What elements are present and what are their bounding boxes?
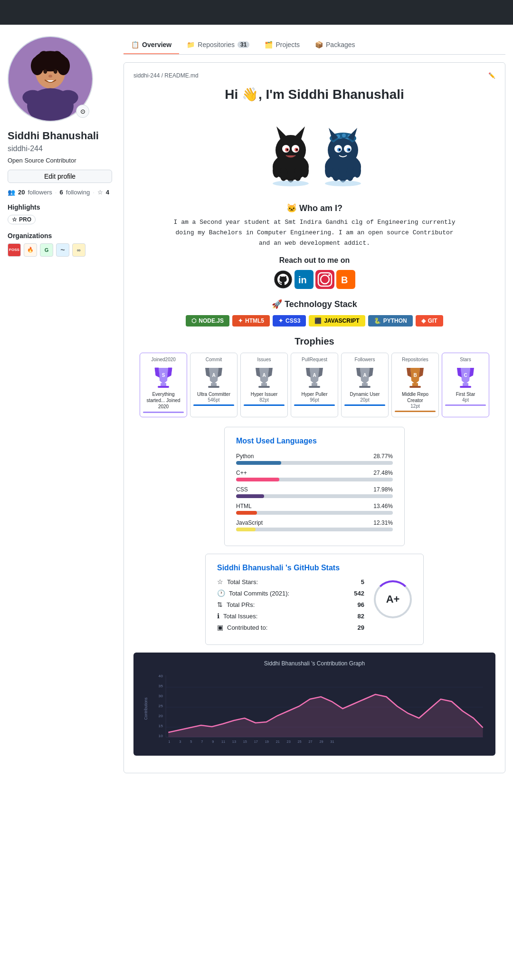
star-stat-icon: ☆ xyxy=(217,578,223,586)
stars-label: Total Stars: xyxy=(227,578,357,586)
svg-text:A: A xyxy=(262,373,266,378)
trophy-stars: Stars C First Star 4pt xyxy=(442,353,489,417)
highlights-title: Highlights xyxy=(8,203,112,211)
overview-icon: 📋 xyxy=(131,41,139,48)
org-icon-2[interactable]: 🔥 xyxy=(24,243,37,257)
svg-text:25: 25 xyxy=(298,740,302,744)
svg-text:A: A xyxy=(313,373,316,378)
pro-badge: ☆ PRO xyxy=(8,215,36,224)
js-icon: ⬛ xyxy=(314,317,322,324)
org-icon-3[interactable]: G xyxy=(40,243,53,257)
followers-count[interactable]: 20 xyxy=(18,189,25,196)
tech-javascript: ⬛ JAVASCRIPT xyxy=(309,315,365,327)
lang-js-bar xyxy=(236,528,256,531)
svg-rect-66 xyxy=(208,386,219,388)
trophy-pts-6: 4pt xyxy=(445,397,486,403)
tech-git: ◈ GIT xyxy=(416,315,443,327)
svg-point-47 xyxy=(325,163,332,178)
stats-title: Siddhi Bhanushali 's GitHub Stats xyxy=(217,564,364,572)
following-label: following xyxy=(66,189,90,196)
pr-stat-icon: ⇅ xyxy=(217,601,223,608)
html5-icon: ✦ xyxy=(238,317,243,324)
tab-overview[interactable]: 📋 Overview xyxy=(124,36,179,54)
svg-text:25: 25 xyxy=(159,704,163,708)
org-icon-foss[interactable]: FOSS xyxy=(8,243,21,257)
svg-rect-75 xyxy=(359,386,370,388)
avatar-edit-button[interactable]: ⊙ xyxy=(76,105,89,118)
git-label: GIT xyxy=(428,317,437,324)
pro-label: PRO xyxy=(19,216,31,223)
reach-out-title: Reach out to me on xyxy=(133,256,495,265)
svg-text:17: 17 xyxy=(254,740,258,744)
blogger-social-icon[interactable]: B xyxy=(336,269,356,289)
lang-cpp-pct: 27.48% xyxy=(373,470,393,476)
trophy-followers: Followers A Dynamic User 20pt xyxy=(341,353,389,417)
lang-cpp: C++ 27.48% xyxy=(236,470,393,481)
trophy-pullrequest: PullRequest A Hyper Puller 96pt xyxy=(291,353,338,417)
stats-left-col: Siddhi Bhanushali 's GitHub Stats ☆ Tota… xyxy=(217,564,364,635)
org-icon-5[interactable]: ∞ xyxy=(72,243,86,257)
trophy-icon-0: S xyxy=(149,364,178,390)
trophy-bar-5 xyxy=(395,411,436,412)
tab-repositories[interactable]: 📁 Repositories 31 xyxy=(179,36,257,54)
trophy-icon-6: C xyxy=(451,364,480,390)
trophy-icon-5: B xyxy=(401,364,429,390)
svg-text:27: 27 xyxy=(308,740,312,744)
stat-total-prs: ⇅ Total PRs: 96 xyxy=(217,601,364,608)
svg-text:11: 11 xyxy=(221,740,225,744)
org-icon-4[interactable]: ~ xyxy=(56,243,69,257)
follow-stats: 👥 20 followers · 6 following · ☆ 4 xyxy=(8,189,112,196)
issues-label: Total Issues: xyxy=(223,613,354,620)
lang-css-name: CSS xyxy=(236,486,248,493)
commit-stat-icon: 🕐 xyxy=(217,589,225,597)
stat-total-issues: ℹ Total Issues: 82 xyxy=(217,612,364,620)
trophy-bar-6 xyxy=(445,404,486,406)
octocat-illustration xyxy=(243,110,386,195)
trophy-label-3: Hyper Puller xyxy=(294,391,335,397)
svg-point-25 xyxy=(280,167,287,181)
nodejs-icon: ⬡ xyxy=(191,317,196,324)
tab-overview-label: Overview xyxy=(142,41,171,48)
svg-text:in: in xyxy=(298,275,307,285)
svg-text:1: 1 xyxy=(168,740,170,744)
lang-css-pct: 17.98% xyxy=(373,486,393,493)
lang-css-bar xyxy=(236,494,264,498)
svg-point-29 xyxy=(273,181,309,186)
svg-point-23 xyxy=(296,149,298,151)
trophy-cat-2: Issues xyxy=(244,357,285,362)
contributed-label: Contributed to: xyxy=(227,624,354,631)
linkedin-social-icon[interactable]: in xyxy=(294,269,314,289)
github-social-icon[interactable] xyxy=(273,269,293,289)
languages-card: Most Used Languages Python 28.77% C++ 27… xyxy=(224,427,405,546)
svg-text:9: 9 xyxy=(212,740,214,744)
svg-text:31: 31 xyxy=(330,740,334,744)
lang-python-bar xyxy=(236,461,281,465)
trophy-bar-2 xyxy=(244,404,285,406)
svg-point-9 xyxy=(48,75,52,77)
org-title: Organizations xyxy=(8,232,112,240)
svg-point-48 xyxy=(332,167,340,181)
edit-pencil-icon[interactable]: ✏️ xyxy=(488,72,495,79)
trophy-commit: Commit A Ultra Committer 546pt xyxy=(190,353,238,417)
stat-total-stars: ☆ Total Stars: 5 xyxy=(217,578,364,586)
tech-stack-title: 🚀 Technology Stack xyxy=(133,299,495,309)
tab-packages[interactable]: 📦 Packages xyxy=(307,36,362,54)
contributed-val: 29 xyxy=(358,624,364,631)
trophy-pts-4: 20pt xyxy=(344,397,385,403)
tech-python: 🐍 PYTHON xyxy=(368,315,413,327)
tab-projects[interactable]: 🗂️ Projects xyxy=(257,36,307,54)
css3-icon: ✦ xyxy=(278,317,283,324)
following-count[interactable]: 6 xyxy=(59,189,63,196)
issues-stat-icon: ℹ xyxy=(217,612,219,620)
edit-profile-button[interactable]: Edit profile xyxy=(8,170,112,183)
github-stats-card: Siddhi Bhanushali 's GitHub Stats ☆ Tota… xyxy=(205,554,424,645)
trophy-repositories: Repositories B Middle Repo Creator 12pt xyxy=(391,353,439,417)
svg-text:23: 23 xyxy=(287,740,291,744)
svg-point-45 xyxy=(339,149,341,151)
svg-point-51 xyxy=(353,163,361,178)
top-navigation xyxy=(0,0,513,25)
instagram-social-icon[interactable] xyxy=(315,269,335,289)
svg-point-52 xyxy=(325,181,361,186)
trophy-cat-6: Stars xyxy=(445,357,486,362)
stars-count[interactable]: 4 xyxy=(106,189,109,196)
